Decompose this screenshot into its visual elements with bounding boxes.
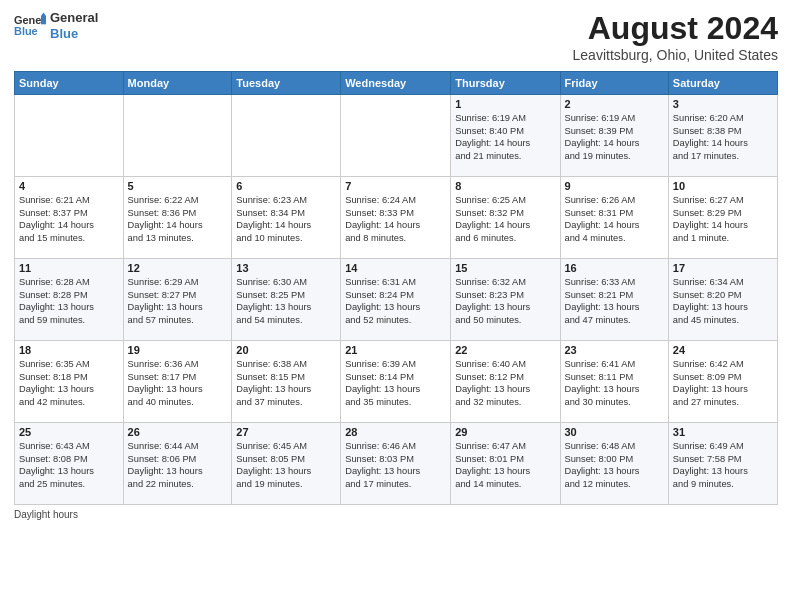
header-saturday: Saturday [668,72,777,95]
header-friday: Friday [560,72,668,95]
day-info: Sunrise: 6:19 AM Sunset: 8:39 PM Dayligh… [565,112,664,162]
day-info: Sunrise: 6:42 AM Sunset: 8:09 PM Dayligh… [673,358,773,408]
day-info: Sunrise: 6:46 AM Sunset: 8:03 PM Dayligh… [345,440,446,490]
day-number: 1 [455,98,555,110]
calendar-cell: 23Sunrise: 6:41 AM Sunset: 8:11 PM Dayli… [560,341,668,423]
page-header: General Blue General Blue August 2024 Le… [14,10,778,63]
footer: Daylight hours [14,509,778,520]
calendar-cell: 12Sunrise: 6:29 AM Sunset: 8:27 PM Dayli… [123,259,232,341]
calendar-cell: 10Sunrise: 6:27 AM Sunset: 8:29 PM Dayli… [668,177,777,259]
day-number: 31 [673,426,773,438]
day-info: Sunrise: 6:48 AM Sunset: 8:00 PM Dayligh… [565,440,664,490]
calendar-cell: 25Sunrise: 6:43 AM Sunset: 8:08 PM Dayli… [15,423,124,505]
day-info: Sunrise: 6:31 AM Sunset: 8:24 PM Dayligh… [345,276,446,326]
calendar-cell [341,95,451,177]
calendar-header-row: SundayMondayTuesdayWednesdayThursdayFrid… [15,72,778,95]
day-number: 27 [236,426,336,438]
calendar-cell: 22Sunrise: 6:40 AM Sunset: 8:12 PM Dayli… [451,341,560,423]
day-number: 9 [565,180,664,192]
header-thursday: Thursday [451,72,560,95]
day-number: 11 [19,262,119,274]
calendar-cell: 2Sunrise: 6:19 AM Sunset: 8:39 PM Daylig… [560,95,668,177]
day-number: 3 [673,98,773,110]
day-info: Sunrise: 6:26 AM Sunset: 8:31 PM Dayligh… [565,194,664,244]
day-number: 16 [565,262,664,274]
calendar-cell [123,95,232,177]
svg-text:Blue: Blue [14,25,38,37]
calendar-cell [232,95,341,177]
day-info: Sunrise: 6:39 AM Sunset: 8:14 PM Dayligh… [345,358,446,408]
day-info: Sunrise: 6:24 AM Sunset: 8:33 PM Dayligh… [345,194,446,244]
calendar-week-4: 18Sunrise: 6:35 AM Sunset: 8:18 PM Dayli… [15,341,778,423]
day-info: Sunrise: 6:29 AM Sunset: 8:27 PM Dayligh… [128,276,228,326]
logo-line1: General [50,10,98,26]
day-info: Sunrise: 6:34 AM Sunset: 8:20 PM Dayligh… [673,276,773,326]
day-number: 28 [345,426,446,438]
calendar-cell: 11Sunrise: 6:28 AM Sunset: 8:28 PM Dayli… [15,259,124,341]
calendar-cell: 24Sunrise: 6:42 AM Sunset: 8:09 PM Dayli… [668,341,777,423]
day-number: 10 [673,180,773,192]
day-number: 17 [673,262,773,274]
header-tuesday: Tuesday [232,72,341,95]
calendar-cell: 27Sunrise: 6:45 AM Sunset: 8:05 PM Dayli… [232,423,341,505]
day-info: Sunrise: 6:23 AM Sunset: 8:34 PM Dayligh… [236,194,336,244]
day-number: 14 [345,262,446,274]
day-info: Sunrise: 6:27 AM Sunset: 8:29 PM Dayligh… [673,194,773,244]
day-number: 29 [455,426,555,438]
logo: General Blue General Blue [14,10,98,41]
svg-marker-2 [41,15,46,23]
day-info: Sunrise: 6:22 AM Sunset: 8:36 PM Dayligh… [128,194,228,244]
calendar-cell: 15Sunrise: 6:32 AM Sunset: 8:23 PM Dayli… [451,259,560,341]
day-info: Sunrise: 6:43 AM Sunset: 8:08 PM Dayligh… [19,440,119,490]
calendar-cell: 7Sunrise: 6:24 AM Sunset: 8:33 PM Daylig… [341,177,451,259]
day-number: 21 [345,344,446,356]
page-container: General Blue General Blue August 2024 Le… [0,0,792,612]
day-info: Sunrise: 6:47 AM Sunset: 8:01 PM Dayligh… [455,440,555,490]
day-number: 4 [19,180,119,192]
calendar-cell: 9Sunrise: 6:26 AM Sunset: 8:31 PM Daylig… [560,177,668,259]
day-number: 22 [455,344,555,356]
header-wednesday: Wednesday [341,72,451,95]
calendar-cell: 18Sunrise: 6:35 AM Sunset: 8:18 PM Dayli… [15,341,124,423]
calendar-cell: 8Sunrise: 6:25 AM Sunset: 8:32 PM Daylig… [451,177,560,259]
calendar-cell: 31Sunrise: 6:49 AM Sunset: 7:58 PM Dayli… [668,423,777,505]
calendar-week-3: 11Sunrise: 6:28 AM Sunset: 8:28 PM Dayli… [15,259,778,341]
calendar-cell: 1Sunrise: 6:19 AM Sunset: 8:40 PM Daylig… [451,95,560,177]
day-number: 13 [236,262,336,274]
day-info: Sunrise: 6:30 AM Sunset: 8:25 PM Dayligh… [236,276,336,326]
calendar-week-2: 4Sunrise: 6:21 AM Sunset: 8:37 PM Daylig… [15,177,778,259]
title-block: August 2024 Leavittsburg, Ohio, United S… [573,10,778,63]
calendar-cell: 16Sunrise: 6:33 AM Sunset: 8:21 PM Dayli… [560,259,668,341]
day-info: Sunrise: 6:32 AM Sunset: 8:23 PM Dayligh… [455,276,555,326]
calendar-cell: 6Sunrise: 6:23 AM Sunset: 8:34 PM Daylig… [232,177,341,259]
calendar-cell: 3Sunrise: 6:20 AM Sunset: 8:38 PM Daylig… [668,95,777,177]
header-sunday: Sunday [15,72,124,95]
calendar-cell: 19Sunrise: 6:36 AM Sunset: 8:17 PM Dayli… [123,341,232,423]
day-number: 26 [128,426,228,438]
calendar-cell: 21Sunrise: 6:39 AM Sunset: 8:14 PM Dayli… [341,341,451,423]
day-info: Sunrise: 6:28 AM Sunset: 8:28 PM Dayligh… [19,276,119,326]
day-number: 24 [673,344,773,356]
calendar-cell: 20Sunrise: 6:38 AM Sunset: 8:15 PM Dayli… [232,341,341,423]
calendar-cell: 13Sunrise: 6:30 AM Sunset: 8:25 PM Dayli… [232,259,341,341]
day-number: 30 [565,426,664,438]
calendar-cell: 17Sunrise: 6:34 AM Sunset: 8:20 PM Dayli… [668,259,777,341]
day-info: Sunrise: 6:41 AM Sunset: 8:11 PM Dayligh… [565,358,664,408]
day-info: Sunrise: 6:20 AM Sunset: 8:38 PM Dayligh… [673,112,773,162]
day-number: 7 [345,180,446,192]
calendar-cell: 28Sunrise: 6:46 AM Sunset: 8:03 PM Dayli… [341,423,451,505]
footer-label: Daylight hours [14,509,78,520]
day-number: 19 [128,344,228,356]
day-info: Sunrise: 6:35 AM Sunset: 8:18 PM Dayligh… [19,358,119,408]
day-number: 23 [565,344,664,356]
logo-icon: General Blue [14,12,46,40]
page-subtitle: Leavittsburg, Ohio, United States [573,47,778,63]
day-number: 15 [455,262,555,274]
day-info: Sunrise: 6:44 AM Sunset: 8:06 PM Dayligh… [128,440,228,490]
day-number: 18 [19,344,119,356]
day-info: Sunrise: 6:19 AM Sunset: 8:40 PM Dayligh… [455,112,555,162]
calendar-cell: 29Sunrise: 6:47 AM Sunset: 8:01 PM Dayli… [451,423,560,505]
day-number: 25 [19,426,119,438]
day-info: Sunrise: 6:49 AM Sunset: 7:58 PM Dayligh… [673,440,773,490]
calendar-cell: 5Sunrise: 6:22 AM Sunset: 8:36 PM Daylig… [123,177,232,259]
